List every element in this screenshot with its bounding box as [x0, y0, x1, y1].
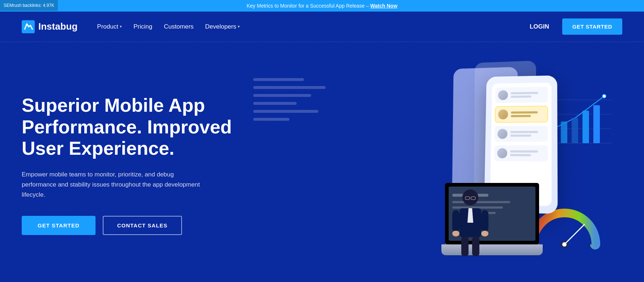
phone-line	[510, 154, 531, 156]
nav-item-pricing[interactable]: Pricing	[128, 20, 157, 33]
navbar: Instabug Product ▾ Pricing Customers Dev…	[0, 12, 644, 42]
hero-section: Superior Mobile App Performance. Improve…	[0, 42, 644, 281]
nav-item-customers[interactable]: Customers	[159, 20, 199, 33]
hero-subtitle: Empower mobile teams to monitor, priorit…	[22, 170, 210, 200]
announcement-link[interactable]: Watch Now	[370, 3, 397, 9]
svg-point-5	[602, 94, 606, 98]
phone-avatar-4	[497, 148, 507, 158]
svg-point-31	[562, 242, 567, 247]
phone-avatar-1	[498, 90, 508, 100]
logo-text: Instabug	[38, 21, 77, 32]
phone-line	[511, 92, 538, 94]
svg-rect-21	[461, 236, 469, 256]
phone-line	[511, 115, 531, 117]
nav-item-product[interactable]: Product ▾	[92, 20, 127, 33]
nav-get-started-button[interactable]: GET STARTED	[562, 18, 622, 35]
phone-lines-1	[511, 92, 545, 98]
phone-line	[510, 134, 531, 137]
hero-illustration	[246, 64, 622, 266]
svg-point-20	[481, 231, 488, 236]
svg-line-30	[564, 225, 584, 244]
svg-rect-7	[561, 121, 567, 143]
svg-rect-9	[582, 111, 589, 143]
hero-content: Superior Mobile App Performance. Improve…	[22, 95, 246, 235]
phone-lines-4	[510, 150, 545, 156]
h-line-3	[253, 94, 311, 97]
person-svg	[449, 187, 492, 259]
svg-rect-10	[593, 105, 600, 143]
phone-line	[510, 150, 538, 153]
hero-buttons: GET STARTED CONTACT SALES	[22, 216, 246, 235]
phone-lines-2	[511, 111, 545, 118]
nav-links: Product ▾ Pricing Customers Developers ▾	[92, 20, 524, 33]
phone-line	[510, 131, 538, 133]
h-line-6	[253, 118, 289, 121]
svg-rect-22	[472, 236, 479, 256]
phone-avatar-2	[498, 110, 508, 119]
h-line-5	[253, 110, 318, 113]
h-line-4	[253, 102, 297, 105]
login-button[interactable]: LOGIN	[524, 20, 555, 33]
svg-rect-8	[572, 118, 578, 143]
svg-point-11	[462, 189, 478, 205]
phone-item-4	[494, 145, 548, 162]
svg-rect-17	[452, 210, 459, 232]
developers-chevron-icon: ▾	[238, 24, 240, 29]
phone-lines-3	[510, 131, 545, 137]
announcement-text: Key Metrics to Monitor for a Successful …	[247, 3, 370, 9]
phone-line	[511, 111, 538, 114]
semrush-badge: SEMrush backlinks: 4.97K	[0, 0, 58, 11]
nav-item-developers[interactable]: Developers ▾	[200, 20, 245, 33]
hero-contact-sales-button[interactable]: CONTACT SALES	[103, 216, 182, 235]
logo[interactable]: Instabug	[22, 20, 77, 33]
logo-icon	[22, 20, 35, 33]
phone-line	[511, 95, 531, 98]
announcement-bar: SEMrush backlinks: 4.97K Key Metrics to …	[0, 0, 644, 12]
phone-item-3	[495, 126, 548, 142]
phone-item-2-highlighted	[495, 106, 548, 123]
nav-right: LOGIN GET STARTED	[524, 18, 622, 35]
hero-title: Superior Mobile App Performance. Improve…	[22, 95, 246, 159]
person-figure	[449, 187, 492, 259]
svg-rect-18	[481, 210, 488, 232]
decorative-lines	[253, 78, 326, 126]
phone-avatar-3	[497, 129, 508, 139]
h-line-2	[253, 86, 326, 89]
svg-point-19	[452, 231, 459, 236]
hero-get-started-button[interactable]: GET STARTED	[22, 216, 96, 235]
h-line-1	[253, 78, 304, 81]
phone-item-1	[495, 87, 548, 103]
product-chevron-icon: ▾	[120, 24, 122, 29]
